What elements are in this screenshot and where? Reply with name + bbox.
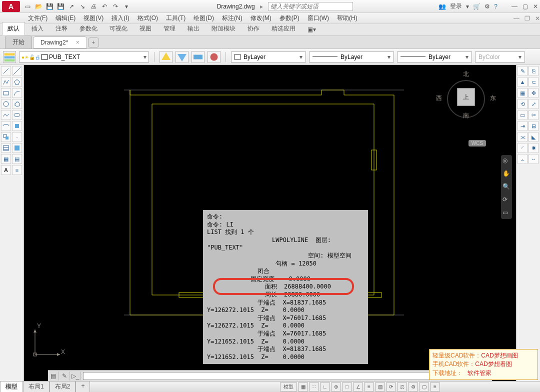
layout-add-button[interactable]: + [76, 381, 90, 392]
menu-edit[interactable]: 编辑(E) [56, 14, 76, 22]
filetab-add-button[interactable]: + [88, 38, 99, 48]
app-logo[interactable]: A [2, 1, 20, 12]
menu-tools[interactable]: 工具(T) [166, 14, 186, 22]
layout1-tab[interactable]: 布局1 [23, 381, 50, 392]
menu-format[interactable]: 格式(O) [138, 14, 158, 22]
tab-default[interactable]: 默认 [2, 22, 25, 36]
modelspace-tab[interactable]: 模型 [0, 381, 23, 392]
filetab-start[interactable]: 开始 [5, 36, 32, 49]
menu-help[interactable]: 帮助(H) [337, 14, 358, 22]
lweight-toggle[interactable]: ≡ [364, 382, 374, 392]
hatch-tool[interactable] [1, 143, 11, 153]
join-tool[interactable]: ⫘ [518, 132, 528, 142]
filetab-drawing2[interactable]: Drawing2* × [33, 36, 87, 48]
save-icon[interactable]: 💾 [45, 2, 54, 11]
table-tool[interactable]: ▤ [12, 154, 22, 164]
minimize-button[interactable]: — [512, 3, 518, 10]
layer-properties-button[interactable] [3, 51, 16, 63]
layer-selector[interactable]: ●☀🔓🖨 PUB_TEXT ▾ [19, 52, 149, 62]
move-tool[interactable]: ✥ [528, 88, 538, 98]
menu-draw[interactable]: 绘图(D) [194, 14, 214, 22]
viewcube-north[interactable]: 北 [463, 70, 469, 78]
tab-output[interactable]: 输出 [182, 22, 205, 36]
ellipse-tool[interactable] [12, 110, 22, 120]
mirror-tool[interactable]: ▲ [518, 77, 528, 87]
viewcube[interactable]: 北 南 西 东 上 [436, 70, 496, 130]
app-icon[interactable]: ⚙ [484, 3, 490, 10]
menu-insert[interactable]: 插入(I) [112, 14, 129, 22]
undo-icon[interactable]: ↶ [100, 2, 109, 11]
plot-icon[interactable]: 🖨 [89, 2, 98, 11]
layer-state-button[interactable] [160, 51, 172, 63]
polyline-tool[interactable] [1, 77, 11, 87]
menu-file[interactable]: 文件(F) [28, 14, 48, 22]
cloud-open-icon[interactable]: ↗ [67, 2, 76, 11]
menu-modify[interactable]: 修改(M) [250, 14, 272, 22]
menu-params[interactable]: 参数(P) [280, 14, 300, 22]
maximize-button[interactable]: ▢ [522, 3, 528, 10]
revcloud-tool[interactable] [12, 99, 22, 109]
layer-off-button[interactable] [176, 51, 188, 63]
tab-annotate[interactable]: 注释 [50, 22, 73, 36]
viewcube-south[interactable]: 南 [463, 112, 469, 120]
nav-zoom-icon[interactable]: 🔍 [502, 183, 510, 191]
spline-tool[interactable] [1, 110, 11, 120]
signin-dropdown-icon[interactable]: ▾ [466, 3, 469, 10]
cloud-save-icon[interactable]: ↘ [78, 2, 87, 11]
wcs-badge[interactable]: WCS [468, 140, 486, 146]
nav-wheel-icon[interactable]: ◎ [502, 157, 510, 165]
lengthen-tool[interactable]: ↔ [528, 154, 538, 164]
offset-tool[interactable]: ⊂ [528, 77, 538, 87]
menu-window[interactable]: 窗口(W) [308, 14, 329, 22]
rotate-tool[interactable]: ⟲ [518, 99, 528, 109]
tab-addins[interactable]: 附加模块 [206, 22, 241, 36]
chamfer-tool[interactable]: ◣ [528, 132, 538, 142]
point-tool[interactable]: · [12, 132, 22, 142]
annoscale-button[interactable]: ⚖ [397, 382, 407, 392]
doc-close-button[interactable]: ✕ [535, 15, 540, 22]
status-model-button[interactable]: 模型 [280, 382, 297, 392]
redo-icon[interactable]: ↷ [111, 2, 120, 11]
scale-tool[interactable]: ⤢ [528, 99, 538, 109]
line-tool[interactable] [1, 66, 11, 76]
color-selector[interactable]: ByLayer ▾ [231, 52, 306, 62]
linetype-selector[interactable]: ByLayer ▾ [309, 52, 394, 62]
viewcube-top[interactable]: 上 [457, 88, 475, 106]
fillet-tool[interactable]: ◜ [518, 143, 528, 153]
menu-view[interactable]: 视图(V) [84, 14, 104, 22]
menu-dimension[interactable]: 标注(N) [222, 14, 242, 22]
nav-showmotion-icon[interactable]: ▭ [502, 209, 510, 217]
tab-view[interactable]: 视图 [134, 22, 157, 36]
layer-match-button[interactable] [208, 51, 220, 63]
signin-button[interactable]: 登录 [450, 2, 462, 10]
polygon-tool[interactable] [12, 77, 22, 87]
qat-dropdown-icon[interactable]: ▾ [122, 2, 131, 11]
customize-status-button[interactable]: ≡ [430, 382, 440, 392]
open-icon[interactable]: 📂 [34, 2, 43, 11]
erase-tool[interactable]: ✎ [518, 66, 528, 76]
tab-manage[interactable]: 管理 [158, 22, 181, 36]
cycling-toggle[interactable]: ⟳ [386, 382, 396, 392]
rectangle-tool[interactable] [1, 88, 11, 98]
break-tool[interactable]: ⊟ [528, 121, 538, 131]
align-tool[interactable]: ⫠ [518, 154, 528, 164]
drawing-canvas[interactable]: 命令: 命令: LI LIST 找到 1 个 LWPOLYLINE 图层: "P… [24, 65, 516, 381]
gradient-tool[interactable] [12, 143, 22, 153]
close-button[interactable]: ✕ [533, 3, 538, 10]
text-tool[interactable]: A [1, 165, 11, 175]
circle-tool[interactable] [1, 99, 11, 109]
grid-toggle[interactable]: ▦ [298, 382, 308, 392]
cmd-customize-icon[interactable]: ✎ [59, 372, 70, 380]
filetab-close-icon[interactable]: × [76, 39, 80, 46]
ellipse-arc-tool[interactable] [1, 121, 11, 131]
layer-iso-button[interactable] [192, 51, 204, 63]
explode-tool[interactable]: ✸ [528, 143, 538, 153]
tab-parametric[interactable]: 参数化 [74, 22, 103, 36]
search-input[interactable] [268, 2, 353, 11]
mline-tool[interactable]: ≡ [12, 165, 22, 175]
ortho-toggle[interactable]: ∟ [320, 382, 330, 392]
tab-featured[interactable]: 精选应用 [266, 22, 301, 36]
array-tool[interactable]: ▦ [518, 88, 528, 98]
xline-tool[interactable] [12, 66, 22, 76]
stretch-tool[interactable]: ▭ [518, 110, 528, 120]
